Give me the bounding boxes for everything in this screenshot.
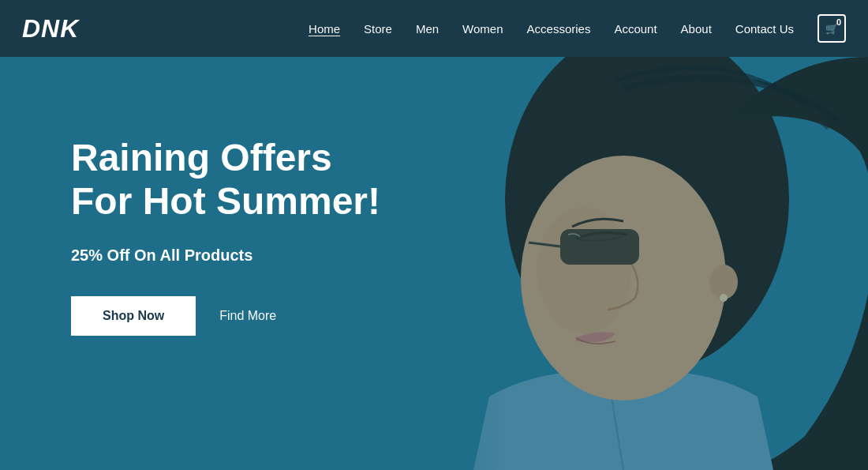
cart-button[interactable]: 🛒 0 xyxy=(817,14,846,43)
hero-content: Raining Offers For Hot Summer! 25% Off O… xyxy=(71,136,380,336)
hero-headline-line1: Raining Offers xyxy=(71,137,332,179)
nav-women[interactable]: Women xyxy=(462,22,503,36)
hero-image xyxy=(347,57,868,470)
shop-now-button[interactable]: Shop Now xyxy=(71,296,196,336)
nav-men[interactable]: Men xyxy=(416,22,439,36)
nav-store[interactable]: Store xyxy=(364,22,392,36)
nav-home[interactable]: Home xyxy=(309,22,340,36)
hero-section: Raining Offers For Hot Summer! 25% Off O… xyxy=(0,57,868,470)
logo: DNK xyxy=(22,14,79,43)
nav-account[interactable]: Account xyxy=(614,22,657,36)
hero-subtitle: 25% Off On All Products xyxy=(71,246,380,265)
main-header: DNK Home Store Men Women Accessories Acc… xyxy=(0,0,868,57)
find-more-button[interactable]: Find More xyxy=(219,309,276,323)
hero-headline-line2: For Hot Summer! xyxy=(71,180,380,222)
svg-rect-9 xyxy=(347,57,868,470)
nav-about[interactable]: About xyxy=(681,22,712,36)
cart-count: 0 xyxy=(836,17,841,27)
hero-headline: Raining Offers For Hot Summer! xyxy=(71,136,380,223)
main-nav: Home Store Men Women Accessories Account… xyxy=(309,14,846,43)
nav-accessories[interactable]: Accessories xyxy=(527,22,591,36)
hero-buttons: Shop Now Find More xyxy=(71,296,380,336)
nav-contact[interactable]: Contact Us xyxy=(735,22,794,36)
